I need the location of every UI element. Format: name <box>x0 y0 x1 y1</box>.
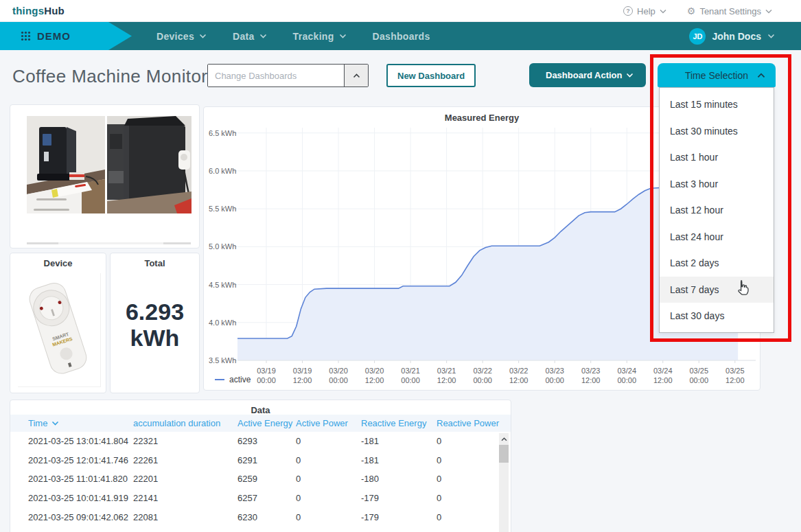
table-cell: -181 <box>361 455 437 465</box>
svg-text:03/19: 03/19 <box>257 367 276 375</box>
column-header-accumulation-duration[interactable]: accumulation duration <box>133 418 237 428</box>
svg-text:6.5 kWh: 6.5 kWh <box>209 129 236 137</box>
table-cell: 0 <box>437 493 500 503</box>
svg-text:00:00: 00:00 <box>329 376 348 384</box>
page-title: Coffee Machine Monitor <box>12 66 207 87</box>
svg-text:4.5 kWh: 4.5 kWh <box>209 281 236 289</box>
grid-icon <box>21 31 31 41</box>
dashboard-action-label: Dashboard Action <box>546 70 622 80</box>
table-row: 2021-03-25 10:01:41.9192214162570-1790 <box>10 489 500 508</box>
total-value: 6.293 kWh <box>111 299 199 351</box>
chevron-up-icon <box>353 73 360 78</box>
scrollbar-thumb[interactable] <box>27 242 58 244</box>
nav-item-devices[interactable]: Devices <box>156 22 207 50</box>
table-cell: 0 <box>437 512 500 522</box>
time-option-last-7-days[interactable]: Last 7 days <box>660 277 774 303</box>
scrollbar-thumb[interactable] <box>499 445 509 463</box>
table-cell: -179 <box>361 512 437 522</box>
hand-cursor-icon <box>734 279 751 297</box>
total-value-number: 6.293 <box>111 299 199 325</box>
time-option-last-12-hour[interactable]: Last 12 hour <box>660 197 774 224</box>
svg-text:4.0 kWh: 4.0 kWh <box>209 319 236 327</box>
horizontal-scrollbar[interactable] <box>27 242 191 244</box>
user-menu[interactable]: JD John Docs <box>689 22 775 50</box>
svg-text:00:00: 00:00 <box>257 376 276 384</box>
table-cell: 0 <box>296 512 361 522</box>
device-card-title: Device <box>10 253 106 268</box>
device-card: Device SMART MAKERS <box>10 253 106 393</box>
column-header-active-energy[interactable]: Active Energy <box>237 418 296 428</box>
combo-expand-button[interactable] <box>344 65 368 86</box>
column-header-reactive-power[interactable]: Reactive Power <box>437 418 511 428</box>
table-cell: 22321 <box>133 436 237 446</box>
column-header-active-power[interactable]: Active Power <box>296 418 361 428</box>
nav-item-label: Tracking <box>293 31 334 42</box>
table-cell: 22201 <box>133 474 237 484</box>
table-cell: 2021-03-25 12:01:41.746 <box>28 455 133 465</box>
table-scrollbar[interactable] <box>499 433 509 532</box>
nav-item-dashboards[interactable]: Dashboards <box>373 22 430 50</box>
table-cell: -179 <box>361 493 437 503</box>
column-header-reactive-energy[interactable]: Reactive Energy <box>361 418 437 428</box>
scrollbar-up-button[interactable] <box>499 435 509 443</box>
chevron-down-icon <box>626 73 634 78</box>
main-navbar: DEMO DevicesDataTrackingDashboards JD Jo… <box>0 22 801 50</box>
user-name: John Docs <box>712 31 761 42</box>
tenant-switcher[interactable]: DEMO <box>0 22 132 50</box>
table-cell: 22261 <box>133 455 237 465</box>
table-row: 2021-03-25 11:01:41.8202220162590-1800 <box>10 470 500 489</box>
nav-item-data[interactable]: Data <box>233 22 267 50</box>
svg-text:03/25: 03/25 <box>725 367 745 375</box>
chevron-down-icon <box>765 9 772 14</box>
legend-label: active <box>229 375 251 384</box>
chevron-up-icon <box>757 73 765 78</box>
table-cell: 0 <box>437 436 500 446</box>
help-menu[interactable]: ? Help <box>623 6 666 16</box>
coffee-machine-photo-1 <box>27 116 105 213</box>
time-option-last-2-days[interactable]: Last 2 days <box>660 250 774 277</box>
logo-text-things: things <box>12 5 44 16</box>
table-cell: 6257 <box>237 493 296 503</box>
table-row: 2021-03-25 13:01:41.8042232162930-1810 <box>10 432 500 451</box>
table-cell: -180 <box>361 474 437 484</box>
app-window: thingsHub ? Help ⚙ Tenant Settings <box>0 0 801 532</box>
table-cell: 6230 <box>237 512 296 522</box>
time-option-last-24-hour[interactable]: Last 24 hour <box>660 224 774 251</box>
svg-text:03/21: 03/21 <box>401 367 420 375</box>
time-selection-label: Time Selection <box>685 70 748 81</box>
table-cell: 22141 <box>133 493 237 503</box>
table-cell: 6259 <box>237 474 296 484</box>
time-option-last-30-days[interactable]: Last 30 days <box>660 303 774 329</box>
svg-text:00:00: 00:00 <box>473 376 492 384</box>
legend-item-active[interactable]: active <box>215 375 251 384</box>
time-selection-dropdown: Last 15 minutesLast 30 minutesLast 1 hou… <box>659 87 774 333</box>
table-row: 2021-03-25 09:01:42.0622208162300-1790 <box>10 507 500 527</box>
table-cell: 0 <box>296 493 361 503</box>
device-image-frame: SMART MAKERS <box>18 273 101 387</box>
chevron-down-icon <box>660 9 666 14</box>
nav-item-tracking[interactable]: Tracking <box>293 22 347 50</box>
svg-text:00:00: 00:00 <box>690 376 709 384</box>
column-header-label: Time <box>28 418 47 428</box>
svg-text:00:00: 00:00 <box>401 376 420 384</box>
change-dashboards-input[interactable] <box>208 65 344 86</box>
time-option-last-1-hour[interactable]: Last 1 hour <box>660 144 774 171</box>
svg-text:03/22: 03/22 <box>473 367 492 375</box>
time-option-last-15-minutes[interactable]: Last 15 minutes <box>660 91 774 118</box>
column-header-label: Reactive Power <box>437 418 499 428</box>
table-cell: 22081 <box>133 512 237 522</box>
help-label: Help <box>637 6 655 16</box>
time-option-last-30-minutes[interactable]: Last 30 minutes <box>660 118 774 145</box>
table-cell: 0 <box>437 455 500 465</box>
svg-text:03/23: 03/23 <box>581 367 601 375</box>
new-dashboard-button[interactable]: New Dashboard <box>386 64 476 87</box>
tenant-settings-menu[interactable]: ⚙ Tenant Settings <box>687 6 772 16</box>
chevron-down-icon <box>339 34 347 38</box>
time-option-last-3-hour[interactable]: Last 3 hour <box>660 171 774 198</box>
time-selection-button[interactable]: Time Selection <box>658 63 776 87</box>
scrollbar-end <box>163 242 191 244</box>
dashboard-action-button[interactable]: Dashboard Action <box>529 63 646 87</box>
coffee-machine-photos-card <box>10 104 200 248</box>
column-header-time[interactable]: Time <box>28 418 133 428</box>
table-cell: 0 <box>296 455 361 465</box>
